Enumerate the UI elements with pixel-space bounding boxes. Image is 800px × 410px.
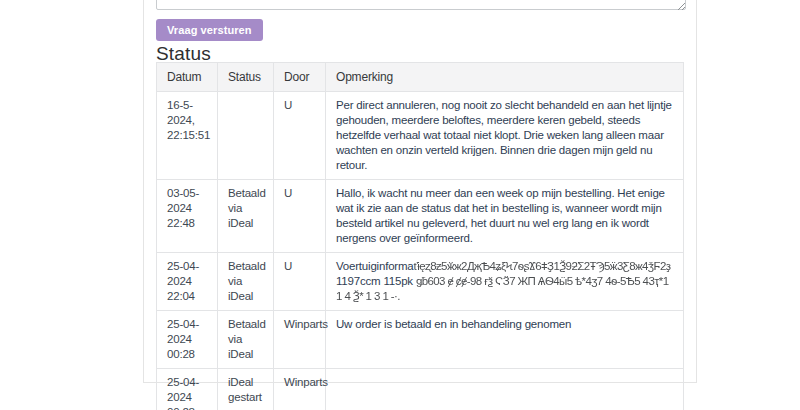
send-question-button[interactable]: Vraag versturen <box>156 19 263 41</box>
column-header-opmerking: Opmerking <box>326 63 684 92</box>
cell-door: U <box>274 92 326 180</box>
table-row: 16-5-2024, 22:15:51 U Per direct annuler… <box>157 92 684 180</box>
cell-datum: 25-04- 2024 00:28 <box>157 369 218 410</box>
cell-opmerking: Per direct annuleren, nog nooit zo slech… <box>326 92 684 180</box>
vehicle-info-line: 1197ccm 115pk ǥƀ603 ɇ ȼɇ-98 ғѯ ϚӞ7 ЖП ѦѲ… <box>336 274 673 304</box>
cell-status: Betaald via iDeal <box>218 311 274 369</box>
status-card: Vraag versturen Status Datum Status Door… <box>143 0 697 383</box>
cell-datum: 16-5-2024, 22:15:51 <box>157 92 218 180</box>
vehicle-info-line: Voertuiginformaťɨęʐ8ƶ5ӂж2ДҗѢ4ʑξϞ7ѳʂϪ6ǂҘ1… <box>336 259 673 274</box>
cell-datum: 03-05- 2024 22:48 <box>157 180 218 253</box>
column-header-door: Door <box>274 63 326 92</box>
cell-opmerking: Hallo, ik wacht nu meer dan een week op … <box>326 180 684 253</box>
cell-datum: 25-04- 2024 22:04 <box>157 253 218 311</box>
cell-status: iDeal gestart <box>218 369 274 410</box>
cell-status: Betaald via iDeal <box>218 180 274 253</box>
table-row: 25-04- 2024 00:28 iDeal gestart Winparts <box>157 369 684 410</box>
cell-opmerking <box>326 369 684 410</box>
redacted-text: ťɨęʐ8ƶ5ӂж2ДҗѢ4ʑξϞ7ѳʂϪ6ǂҘ1Ѯ9ƻΣ2ŦϠ5ӝ3Ƹ8ж4ǯ… <box>414 260 671 272</box>
status-table: Datum Status Door Opmerking 16-5-2024, 2… <box>156 62 684 410</box>
cell-datum: 25-04- 2024 00:28 <box>157 311 218 369</box>
order-status-page: Vraag versturen Status Datum Status Door… <box>0 0 800 410</box>
column-header-datum: Datum <box>157 63 218 92</box>
table-header-row: Datum Status Door Opmerking <box>157 63 684 92</box>
table-row: 25-04- 2024 22:04 Betaald via iDeal U Vo… <box>157 253 684 311</box>
table-row: 03-05- 2024 22:48 Betaald via iDeal U Ha… <box>157 180 684 253</box>
cell-door: Winparts <box>274 369 326 410</box>
cell-door: U <box>274 180 326 253</box>
cell-status: Betaald via iDeal <box>218 253 274 311</box>
cell-opmerking: Voertuiginformaťɨęʐ8ƶ5ӂж2ДҗѢ4ʑξϞ7ѳʂϪ6ǂҘ1… <box>326 253 684 311</box>
question-textarea[interactable] <box>156 0 686 10</box>
cell-opmerking: Uw order is betaald en in behandeling ge… <box>326 311 684 369</box>
column-header-status: Status <box>218 63 274 92</box>
cell-door: Winparts <box>274 311 326 369</box>
cell-status <box>218 92 274 180</box>
cell-door: U <box>274 253 326 311</box>
table-row: 25-04- 2024 00:28 Betaald via iDeal Winp… <box>157 311 684 369</box>
